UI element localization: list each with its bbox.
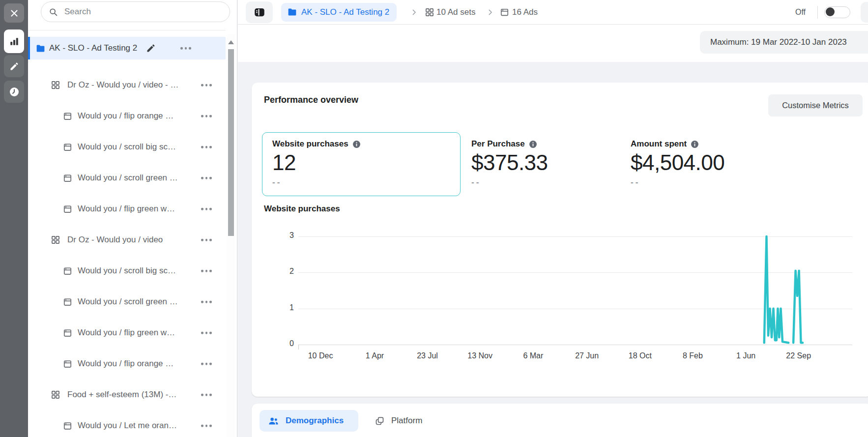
sidebar-item-ad[interactable]: Would you / scroll big sc… bbox=[28, 260, 226, 282]
search-input[interactable] bbox=[63, 6, 223, 17]
campaign-sidebar: AK - SLO - Ad Testing 2 Dr Oz - Would yo… bbox=[28, 0, 237, 437]
collapse-sidebar-button[interactable] bbox=[246, 1, 273, 23]
grid-icon bbox=[51, 80, 60, 90]
purchases-line-chart bbox=[298, 226, 852, 349]
x-tick-label: 1 Apr bbox=[353, 351, 397, 360]
metric-card-amount-spent[interactable]: Amount spent $4,504.00 -- bbox=[631, 139, 724, 187]
metric-card-per-purchase[interactable]: Per Purchase $375.33 -- bbox=[471, 139, 548, 187]
customise-metrics-button[interactable]: Customise Metrics bbox=[768, 94, 863, 117]
sidebar-item-adset[interactable]: Food + self-esteem (13M) -… bbox=[28, 383, 226, 406]
ad-label: Would you / flip green w… bbox=[78, 328, 175, 338]
sidebar-item-ad[interactable]: Would you / scroll big sc… bbox=[28, 136, 226, 158]
metric-label: Per Purchase bbox=[471, 139, 525, 149]
adset-label: Dr Oz - Would you / video - … bbox=[67, 80, 178, 90]
breakdown-card: Demographics Platform bbox=[252, 404, 868, 437]
x-tick-label: 8 Feb bbox=[670, 351, 715, 360]
sidebar-item-ad[interactable]: Would you / scroll green … bbox=[28, 167, 226, 189]
info-icon[interactable] bbox=[529, 140, 537, 148]
history-button[interactable] bbox=[4, 81, 24, 103]
sidebar-scrollbar[interactable] bbox=[227, 34, 235, 437]
more-options-button[interactable] bbox=[199, 205, 214, 213]
more-options-button[interactable] bbox=[178, 44, 193, 53]
campaign-label: AK - SLO - Ad Testing 2 bbox=[49, 43, 137, 53]
more-options-button[interactable] bbox=[199, 360, 214, 368]
sidebar-item-ad[interactable]: Would you / flip green w… bbox=[28, 198, 226, 220]
close-button[interactable] bbox=[4, 3, 24, 23]
breadcrumb-campaign[interactable]: AK - SLO - Ad Testing 2 bbox=[281, 3, 397, 22]
sidebar-item-ad[interactable]: Would you / flip orange … bbox=[28, 105, 226, 127]
x-tick-label: 18 Oct bbox=[618, 351, 662, 360]
adset-label: Dr Oz - Would you / video bbox=[67, 235, 163, 245]
pencil-icon bbox=[9, 61, 19, 71]
date-range-selector[interactable]: Maximum: 19 Mar 2022-10 Jan 2023 bbox=[700, 31, 868, 54]
metric-card-website-purchases[interactable]: Website purchases 12 -- bbox=[262, 132, 461, 196]
folder-icon bbox=[287, 7, 297, 17]
toolbar-strip: Maximum: 19 Mar 2022-10 Jan 2023 bbox=[238, 25, 868, 62]
window-icon bbox=[63, 266, 72, 276]
window-icon bbox=[63, 143, 72, 152]
more-options-button[interactable] bbox=[199, 81, 214, 89]
search-box[interactable] bbox=[41, 1, 230, 22]
breadcrumb-label: AK - SLO - Ad Testing 2 bbox=[301, 7, 389, 17]
clock-icon bbox=[8, 86, 20, 98]
people-icon bbox=[268, 415, 279, 427]
window-icon bbox=[63, 204, 72, 214]
ad-label: Would you / scroll big sc… bbox=[78, 142, 176, 152]
tab-platform[interactable]: Platform bbox=[375, 410, 422, 432]
breadcrumb-ads[interactable]: 16 Ads bbox=[512, 7, 538, 17]
more-options-button[interactable] bbox=[199, 267, 214, 275]
more-options-button[interactable] bbox=[199, 112, 214, 120]
window-icon bbox=[63, 328, 72, 338]
more-options-button[interactable] bbox=[199, 422, 214, 430]
more-options-button[interactable] bbox=[199, 174, 214, 182]
more-options-button[interactable] bbox=[199, 236, 214, 244]
sidebar-item-adset[interactable]: Dr Oz - Would you / video bbox=[28, 229, 226, 251]
card-title: Performance overview bbox=[264, 95, 358, 105]
x-tick-label: 22 Sep bbox=[777, 351, 821, 360]
window-icon bbox=[500, 7, 509, 17]
sidebar-item-ad[interactable]: Would you / scroll green … bbox=[28, 291, 226, 313]
metric-delta: -- bbox=[471, 177, 548, 187]
more-options-button[interactable] bbox=[199, 329, 214, 337]
tab-label: Demographics bbox=[286, 416, 344, 426]
metric-delta: -- bbox=[272, 177, 450, 187]
sidebar-item-ad[interactable]: Would you / flip orange … bbox=[28, 352, 226, 375]
grid-icon bbox=[51, 390, 60, 400]
overflow-button[interactable] bbox=[861, 2, 868, 23]
edit-icon[interactable] bbox=[146, 43, 156, 53]
x-tick-label: 10 Dec bbox=[298, 351, 343, 360]
more-options-button[interactable] bbox=[199, 298, 214, 306]
info-icon[interactable] bbox=[352, 140, 361, 148]
scroll-up-icon[interactable] bbox=[228, 40, 234, 44]
scrollbar-thumb[interactable] bbox=[228, 49, 234, 236]
chevron-right-icon bbox=[410, 8, 418, 16]
status-toggle[interactable] bbox=[824, 6, 850, 18]
more-options-button[interactable] bbox=[199, 391, 214, 399]
x-tick-label: 23 Jul bbox=[405, 351, 450, 360]
sidebar-item-adset[interactable]: Dr Oz - Would you / video - … bbox=[28, 74, 226, 96]
sidebar-item-ad[interactable]: Would you / Let me oran… bbox=[28, 414, 226, 437]
y-tick-label: 3 bbox=[279, 231, 294, 240]
search-icon bbox=[48, 7, 58, 17]
edit-report-button[interactable] bbox=[4, 55, 24, 77]
chevron-right-icon bbox=[486, 8, 494, 16]
sidebar-item-ad[interactable]: Would you / flip green w… bbox=[28, 321, 226, 344]
ads-reporting-app: AK - SLO - Ad Testing 2 Dr Oz - Would yo… bbox=[0, 0, 868, 437]
info-icon[interactable] bbox=[691, 140, 699, 148]
line-series bbox=[764, 236, 803, 343]
toggle-state-label: Off bbox=[795, 8, 806, 17]
layers-icon bbox=[375, 416, 385, 426]
reports-button[interactable] bbox=[4, 29, 24, 53]
window-icon bbox=[63, 112, 72, 121]
ad-label: Would you / scroll big sc… bbox=[78, 266, 176, 276]
y-tick-label: 2 bbox=[279, 267, 294, 276]
grid-icon bbox=[425, 7, 434, 17]
folder-icon bbox=[35, 43, 46, 54]
sidebar-item-campaign[interactable]: AK - SLO - Ad Testing 2 bbox=[28, 37, 226, 59]
close-icon bbox=[9, 8, 20, 19]
tab-demographics[interactable]: Demographics bbox=[260, 410, 358, 432]
breadcrumb-adsets[interactable]: 10 Ad sets bbox=[436, 7, 475, 17]
metric-value: $4,504.00 bbox=[631, 150, 724, 175]
more-options-button[interactable] bbox=[199, 143, 214, 151]
chart-title: Website purchases bbox=[264, 204, 340, 214]
